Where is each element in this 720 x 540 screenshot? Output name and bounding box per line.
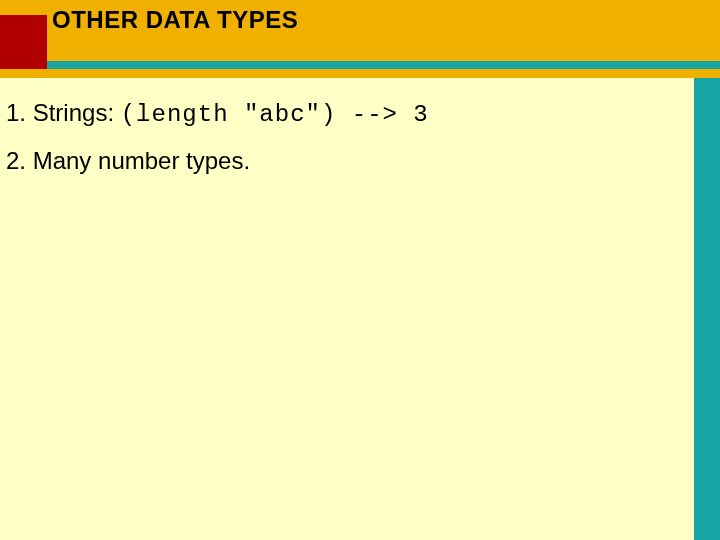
line1-prefix: 1. Strings: xyxy=(6,99,121,126)
slide-title: OTHER DATA TYPES xyxy=(52,6,298,34)
teal-header-stripe xyxy=(0,61,720,69)
bullet-line-1: 1. Strings: (length "abc") --> 3 xyxy=(6,96,684,132)
slide-header: OTHER DATA TYPES xyxy=(0,0,720,78)
bullet-line-2: 2. Many number types. xyxy=(6,144,684,178)
line2-text: 2. Many number types. xyxy=(6,147,250,174)
red-accent-square xyxy=(0,15,47,69)
line1-code: (length "abc") --> 3 xyxy=(121,101,429,128)
teal-right-sidebar xyxy=(694,78,720,540)
slide-body: 1. Strings: (length "abc") --> 3 2. Many… xyxy=(0,78,694,540)
